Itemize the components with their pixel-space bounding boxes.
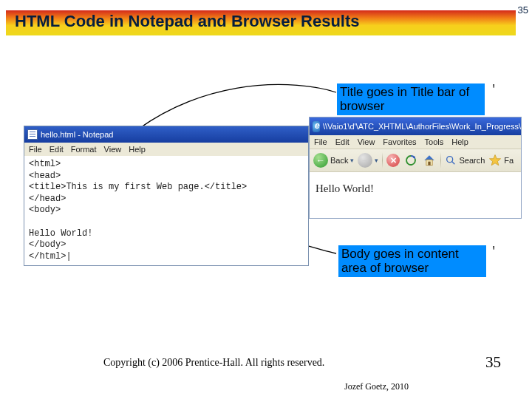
browser-titlebar: \\Vaio1\d'\ATC_XHTML\AuthorFiles\Work_In… [310, 117, 521, 135]
br-menu-file[interactable]: File [314, 137, 327, 146]
callout-title-bar: Title goes in Title bar of browser [337, 83, 485, 115]
browser-content-text: Hello World! [316, 183, 374, 194]
notepad-titlebar: hello.html - Notepad [24, 126, 308, 143]
search-button[interactable]: Search [445, 154, 485, 166]
toolbar-separator-2 [440, 152, 441, 168]
search-icon [445, 154, 457, 166]
quote-mark-2: ' [491, 245, 497, 257]
back-button[interactable]: ← Back ▾ [313, 153, 354, 168]
svg-marker-6 [490, 155, 501, 166]
browser-menubar: File Edit View Favorites Tools Help [310, 135, 521, 149]
notepad-window-title: hello.html - Notepad [41, 130, 113, 139]
back-dropdown-icon: ▾ [350, 157, 354, 164]
callout-body-area-text: Body goes in content area of browser [341, 247, 459, 275]
browser-address-text: \\Vaio1\d'\ATC_XHTML\AuthorFiles\Work_In… [323, 122, 521, 131]
br-menu-help[interactable]: Help [451, 137, 468, 146]
refresh-button[interactable] [403, 153, 418, 168]
callout-title-bar-text: Title goes in Title bar of browser [340, 85, 469, 113]
back-label: Back [330, 156, 348, 165]
search-label: Search [459, 156, 485, 165]
star-icon [488, 154, 502, 167]
br-menu-tools[interactable]: Tools [425, 137, 444, 146]
np-menu-format[interactable]: Format [71, 145, 97, 154]
browser-content-area: Hello World! [310, 172, 521, 218]
np-menu-help[interactable]: Help [129, 145, 146, 154]
refresh-icon [404, 154, 417, 167]
browser-toolbar: ← Back ▾ → ▾ ✕ [310, 149, 521, 172]
forward-button[interactable]: → ▾ [358, 153, 378, 168]
notepad-menubar: File Edit Format View Help [24, 143, 308, 156]
browser-window: \\Vaio1\d'\ATC_XHTML\AuthorFiles\Work_In… [309, 117, 522, 219]
page-number-bottom: 35 [485, 353, 501, 372]
br-menu-view[interactable]: View [358, 137, 375, 146]
page-number-top: 35 [518, 4, 528, 16]
svg-line-5 [452, 161, 455, 164]
slide-title-banner: HTML Code in Notepad and Browser Results [6, 10, 516, 35]
author-text: Jozef Goetz, 2010 [344, 381, 409, 392]
back-arrow-icon: ← [313, 153, 328, 168]
notepad-window: hello.html - Notepad File Edit Format Vi… [24, 126, 309, 266]
forward-dropdown-icon: ▾ [375, 157, 378, 164]
toolbar-separator-1 [382, 152, 383, 168]
copyright-text: Copyright (c) 2006 Prentice-Hall. All ri… [103, 357, 324, 369]
ie-icon [313, 121, 320, 132]
br-menu-edit[interactable]: Edit [335, 137, 349, 146]
np-menu-file[interactable]: File [29, 145, 42, 154]
slide-title: HTML Code in Notepad and Browser Results [15, 12, 360, 31]
favorites-label: Fa [504, 156, 514, 165]
stop-button[interactable]: ✕ [386, 154, 400, 167]
np-menu-edit[interactable]: Edit [50, 145, 64, 154]
br-menu-favorites[interactable]: Favorites [383, 137, 416, 146]
forward-arrow-icon: → [358, 153, 372, 168]
quote-mark-1: ' [491, 83, 497, 95]
home-button[interactable] [422, 153, 437, 168]
notepad-text-area[interactable]: <html> <head> <title>This is my first We… [24, 156, 308, 265]
home-icon [422, 153, 437, 168]
callout-body-area: Body goes in content area of browser [338, 245, 486, 277]
favorites-button[interactable]: Fa [488, 154, 514, 167]
svg-rect-3 [429, 162, 431, 166]
notepad-icon [27, 129, 38, 140]
np-menu-view[interactable]: View [104, 145, 122, 154]
